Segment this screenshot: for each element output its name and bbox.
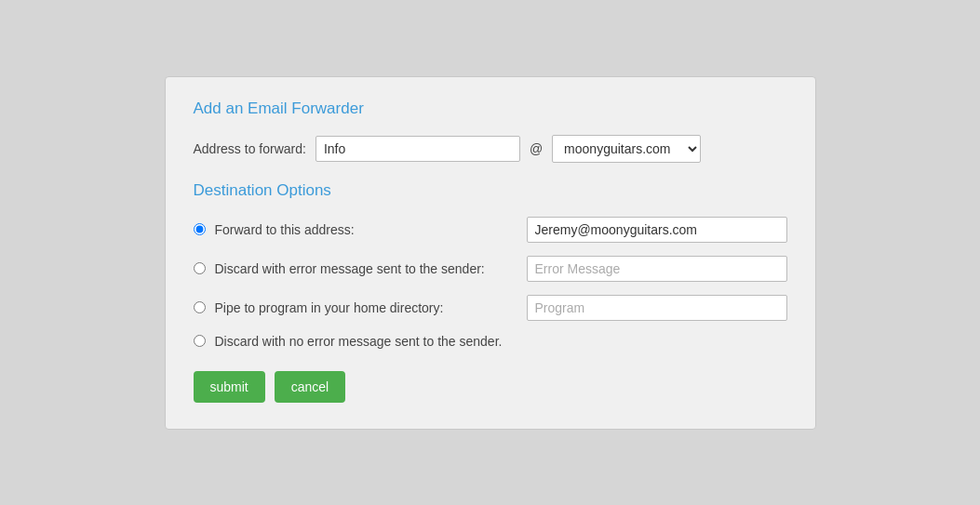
submit-button[interactable]: submit [194, 371, 265, 403]
option-label-discard-no-error: Discard with no error message sent to th… [215, 334, 503, 349]
options-section: Forward to this address: Discard with er… [194, 217, 787, 349]
radio-discard-no-error[interactable] [194, 335, 206, 347]
option-row-discard-no-error: Discard with no error message sent to th… [194, 334, 787, 349]
email-forwarder-card: Add an Email Forwarder Address to forwar… [165, 76, 816, 430]
option-row-forward: Forward to this address: [194, 217, 787, 243]
option-row-pipe: Pipe to program in your home directory: [194, 295, 787, 321]
radio-forward[interactable] [194, 223, 206, 235]
address-row: Address to forward: @ moonyguitars.com [194, 135, 787, 163]
address-input[interactable] [315, 136, 520, 162]
forward-address-input[interactable] [527, 217, 787, 243]
address-label: Address to forward: [194, 141, 306, 156]
radio-pipe[interactable] [194, 301, 206, 313]
destination-title: Destination Options [194, 181, 787, 200]
domain-select[interactable]: moonyguitars.com [552, 135, 701, 163]
cancel-button[interactable]: cancel [275, 371, 345, 403]
option-row-discard-error: Discard with error message sent to the s… [194, 256, 787, 282]
at-symbol: @ [530, 141, 543, 156]
radio-discard-error[interactable] [194, 262, 206, 274]
button-row: submit cancel [194, 371, 787, 403]
program-input[interactable] [527, 295, 787, 321]
page-title: Add an Email Forwarder [194, 100, 787, 118]
error-message-input[interactable] [527, 256, 787, 282]
option-label-discard-error: Discard with error message sent to the s… [215, 261, 485, 276]
option-label-pipe: Pipe to program in your home directory: [215, 300, 444, 315]
option-label-forward: Forward to this address: [215, 222, 355, 237]
